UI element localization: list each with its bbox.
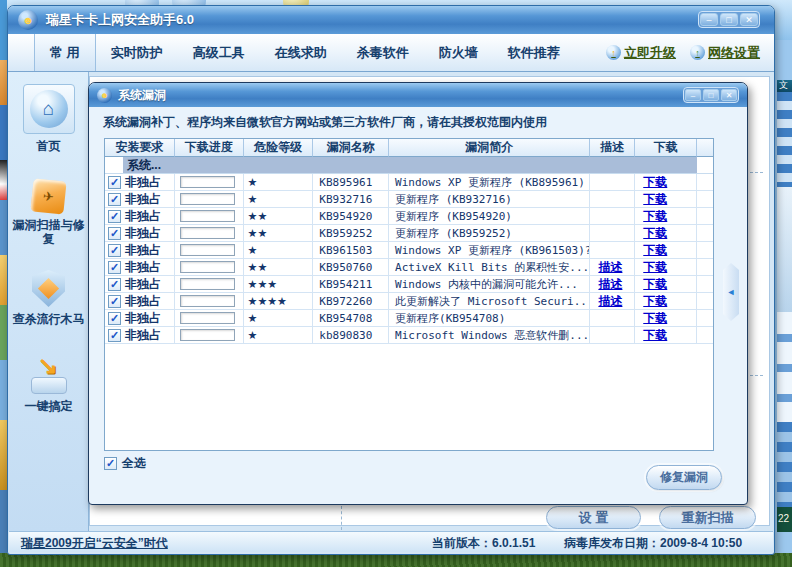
background-window-text: 文 [777,80,792,92]
dialog-maximize-icon[interactable]: □ [703,89,719,101]
row-checkbox[interactable]: ✓ [108,227,121,240]
column-header[interactable]: 安装要求 [105,139,175,157]
vulnerability-name-cell: KB972260 [313,293,389,309]
close-icon[interactable]: ✕ [740,13,758,26]
menu-tab[interactable]: 软件推荐 [493,34,575,71]
collapse-panel-handle[interactable]: ◄ [723,263,739,321]
row-filler-cell [697,191,713,207]
description-link[interactable]: 描述 [590,276,622,292]
maximize-icon[interactable]: □ [720,13,738,26]
sidebar-item-0[interactable]: ⌂首页 [8,84,89,153]
column-header[interactable]: 漏洞简介 [389,139,590,157]
download-link[interactable]: 下载 [635,225,667,241]
download-link[interactable]: 下载 [635,242,667,258]
download-link[interactable]: 下载 [635,276,667,292]
column-header[interactable]: 下载进度 [175,139,244,157]
download-progress-cell [175,208,244,224]
row-checkbox[interactable]: ✓ [108,193,121,206]
menu-tab[interactable]: 常 用 [34,34,96,71]
install-requirement-cell: ✓非独占 [105,293,175,309]
row-checkbox[interactable]: ✓ [108,210,121,223]
row-filler-cell [697,174,713,190]
version-label: 当前版本：6.0.1.51 [432,535,535,552]
risk-stars: ★★★★ [244,295,287,308]
table-row: ✓非独占★★KB950760ActiveX Kill Bits 的累积性安...… [105,259,713,276]
one-click-icon: ↘ [29,358,69,394]
row-filler-cell [697,276,713,292]
install-requirement-cell: ✓非独占 [105,259,175,275]
download-link[interactable]: 下载 [635,293,667,309]
menu-tab[interactable]: 高级工具 [178,34,260,71]
description-link[interactable]: 描述 [590,259,622,275]
row-checkbox[interactable]: ✓ [108,176,121,189]
column-header[interactable]: 危险等级 [244,139,314,157]
risk-stars: ★ [244,244,258,257]
download-link[interactable]: 下载 [635,208,667,224]
progress-bar [180,176,235,188]
repair-vulnerabilities-button[interactable]: 修复漏洞 [646,465,722,490]
column-header-filler [697,139,713,157]
table-group-row[interactable]: 系统... [105,157,713,174]
virus-db-date-label: 病毒库发布日期：2009-8-4 10:50 [564,535,742,552]
minimize-icon[interactable]: – [700,13,718,26]
download-cell: 下载 [635,225,697,241]
install-requirement-cell: ✓非独占 [105,225,175,241]
risk-level-cell: ★★ [244,208,314,224]
row-checkbox[interactable]: ✓ [108,244,121,257]
select-all-checkbox[interactable]: ✓ [104,457,117,470]
status-bar: 瑞星2009开启“云安全”时代 当前版本：6.0.1.51 病毒库发布日期：20… [9,531,773,552]
vulnerability-summary-cell: 更新程序(KB954708) [389,310,590,326]
dialog-minimize-icon[interactable]: – [685,89,701,101]
select-all-control[interactable]: ✓ 全选 [104,455,146,472]
menu-tab[interactable]: 防火墙 [424,34,493,71]
download-cell: 下载 [635,327,697,343]
download-link[interactable]: 下载 [635,174,667,190]
dialog-close-icon[interactable]: ✕ [721,89,737,101]
row-checkbox[interactable]: ✓ [108,261,121,274]
settings-button[interactable]: 设 置 [546,506,641,529]
rescan-button[interactable]: 重新扫描 [659,506,756,529]
menu-tab[interactable]: 实时防护 [96,34,178,71]
install-requirement-cell: ✓非独占 [105,191,175,207]
table-row: ✓非独占★KB961503Windows XP 更新程序 (KB961503)?… [105,242,713,259]
sidebar-item-2[interactable]: 查杀流行木马 [8,270,89,326]
vulnerability-name-cell: kb890830 [313,327,389,343]
row-filler-cell [697,327,713,343]
sidebar-item-label: 一键搞定 [21,399,77,413]
row-checkbox[interactable]: ✓ [108,278,121,291]
download-cell: 下载 [635,208,697,224]
column-header[interactable]: 漏洞名称 [313,139,389,157]
vulnerability-name-cell: KB895961 [313,174,389,190]
row-filler-cell [697,208,713,224]
download-link[interactable]: 下载 [635,327,667,343]
table-row: ✓非独占★KB932716更新程序 (KB932716)下载 [105,191,713,208]
install-requirement-cell: ✓非独占 [105,208,175,224]
column-header[interactable]: 描述 [590,139,635,157]
download-link[interactable]: 下载 [635,259,667,275]
column-header[interactable]: 下载 [635,139,697,157]
progress-bar [180,261,235,273]
desktop-grass [0,553,792,567]
row-filler-cell [697,242,713,258]
description-cell [590,174,635,190]
menu-tab[interactable]: 杀毒软件 [342,34,424,71]
row-checkbox[interactable]: ✓ [108,329,121,342]
dialog-title: 系统漏洞 [118,87,166,104]
network-settings-link[interactable]: ↑ 网络设置 [690,44,760,62]
promo-link[interactable]: 瑞星2009开启“云安全”时代 [21,535,168,552]
progress-bar [180,244,235,256]
row-checkbox[interactable]: ✓ [108,295,121,308]
menu-tab[interactable]: 在线求助 [260,34,342,71]
download-link[interactable]: 下载 [635,310,667,326]
download-link[interactable]: 下载 [635,191,667,207]
description-cell [590,225,635,241]
vulnerability-summary-cell: ActiveX Kill Bits 的累积性安... [389,259,590,275]
upgrade-link[interactable]: ↑ 立即升级 [606,44,676,62]
upgrade-icon: ↑ [606,45,621,60]
description-link[interactable]: 描述 [590,293,622,309]
row-checkbox[interactable]: ✓ [108,312,121,325]
sidebar-item-1[interactable]: ✈漏洞扫描与修复 [8,180,89,246]
install-requirement-cell: ✓非独占 [105,327,175,343]
dialog-window-controls: – □ ✕ [683,87,739,103]
sidebar-item-3[interactable]: ↘一键搞定 [8,358,89,413]
